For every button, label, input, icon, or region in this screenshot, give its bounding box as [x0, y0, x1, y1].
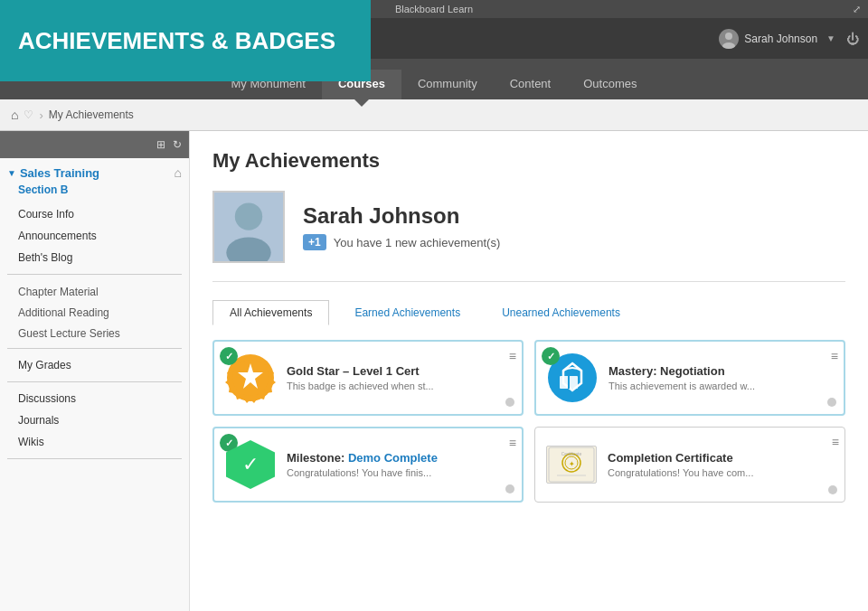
cert-desc: Congratulations! You have com...	[608, 467, 835, 478]
username: Sarah Johnson	[744, 33, 817, 45]
cert-info: Completion Certificate Congratulations! …	[608, 451, 835, 478]
cert-dot	[828, 485, 837, 494]
cards-grid: ✓ Gold Star – Level 1 Cert This badge is	[212, 340, 845, 503]
breadcrumb-separator: ›	[39, 108, 42, 122]
avatar	[719, 29, 739, 49]
sidebar-item-course-info[interactable]: Course Info	[0, 203, 189, 225]
gold-star-dot	[505, 398, 514, 407]
profile-info: Sarah Johnson +1 You have 1 new achievem…	[303, 203, 500, 250]
power-icon[interactable]: ⏻	[846, 32, 859, 46]
svg-point-3	[235, 202, 262, 230]
mastery-menu-icon[interactable]: ≡	[831, 349, 838, 363]
refresh-icon[interactable]: ↻	[173, 138, 182, 151]
nav-community[interactable]: Community	[401, 70, 494, 99]
sidebar-item-announcements[interactable]: Announcements	[0, 225, 189, 247]
card-completion-cert: ✦ Certificate Completion Certificate Con…	[534, 427, 845, 503]
sidebar-divider-1	[7, 274, 182, 275]
breadcrumb-home-icon[interactable]: ⌂	[11, 108, 18, 122]
cert-icon: ✦ Certificate	[546, 446, 597, 484]
content-area: My Achievements Sarah Johnson +1 You hav…	[190, 131, 868, 611]
nav-outcomes[interactable]: Outcomes	[567, 70, 653, 99]
sidebar-item-guest-lecture[interactable]: Guest Lecture Series	[0, 322, 189, 343]
sidebar-subtitle: Section B	[0, 183, 189, 203]
badge-text: You have 1 new achievement(s)	[334, 236, 501, 249]
sidebar-divider-2	[7, 348, 182, 349]
resize-icon[interactable]: ⤢	[853, 4, 861, 15]
breadcrumb-bar: ⌂ ♡ › My Achievements	[0, 99, 868, 131]
profile-name: Sarah Johnson	[303, 203, 500, 229]
svg-text:✦: ✦	[569, 460, 575, 468]
sidebar-divider-3	[7, 381, 182, 382]
milestone-dot	[505, 484, 514, 494]
sidebar-item-additional-reading[interactable]: Additional Reading	[0, 301, 189, 322]
sidebar-section-header: ▼ Sales Training ⌂	[0, 158, 189, 183]
sidebar-section-title[interactable]: Sales Training	[20, 166, 99, 180]
page-title: My Achievements	[212, 149, 845, 173]
main-layout: ⊞ ↻ ▼ Sales Training ⌂ Section B Course …	[0, 131, 868, 611]
nav-content[interactable]: Content	[494, 70, 568, 99]
mastery-dot	[827, 398, 836, 407]
sidebar-item-discussions[interactable]: Discussions	[0, 388, 189, 409]
achievements-banner: ACHIEVEMENTS & BADGES	[0, 0, 371, 81]
card-gold-star: ✓ Gold Star – Level 1 Cert This badge is	[212, 340, 524, 416]
tab-all-achievements[interactable]: All Achievements	[212, 300, 329, 325]
card-mastery-negotiation: ✓ Mastery: Negotiation This achievement …	[534, 340, 845, 416]
sidebar-item-journals[interactable]: Journals	[0, 409, 189, 431]
grid-icon[interactable]: ⊞	[156, 138, 165, 151]
sidebar: ⊞ ↻ ▼ Sales Training ⌂ Section B Course …	[0, 131, 190, 611]
profile-photo	[212, 191, 285, 263]
tab-unearned-achievements[interactable]: Unearned Achievements	[486, 301, 637, 324]
svg-point-0	[725, 33, 732, 40]
section-arrow-icon: ▼	[7, 168, 16, 178]
sidebar-item-beths-blog[interactable]: Beth's Blog	[0, 247, 189, 268]
gold-star-info: Gold Star – Level 1 Cert This badge is a…	[287, 364, 513, 391]
sidebar-item-chapter-material[interactable]: Chapter Material	[0, 280, 189, 301]
user-info[interactable]: Sarah Johnson ▼	[719, 29, 839, 49]
milestone-title: Milestone: Demo Complete	[287, 451, 513, 465]
check-badge-gold-star: ✓	[220, 347, 238, 365]
sidebar-home-icon[interactable]: ⌂	[175, 165, 182, 180]
check-badge-mastery: ✓	[542, 347, 560, 365]
sidebar-toolbar: ⊞ ↻	[0, 131, 189, 158]
tabs-row: All Achievements Earned Achievements Une…	[212, 300, 845, 325]
banner-title: ACHIEVEMENTS & BADGES	[18, 27, 335, 55]
dropdown-icon[interactable]: ▼	[826, 33, 835, 43]
gold-star-desc: This badge is achieved when st...	[287, 381, 513, 391]
mastery-title: Mastery: Negotiation	[609, 364, 835, 378]
app-title: Blackboard Learn	[395, 4, 473, 14]
milestone-menu-icon[interactable]: ≡	[509, 436, 516, 450]
svg-point-1	[722, 42, 735, 49]
mastery-info: Mastery: Negotiation This achievement is…	[609, 364, 835, 391]
card-milestone: ✓ ✓ Milestone: Demo Complete Congratulat…	[212, 427, 524, 503]
badge-plus1: +1	[303, 234, 326, 250]
sidebar-item-wikis[interactable]: Wikis	[0, 431, 189, 453]
breadcrumb-fav-icon[interactable]: ♡	[24, 108, 33, 121]
cert-menu-icon[interactable]: ≡	[832, 435, 839, 449]
cert-icon-wrap: ✦ Certificate	[544, 437, 599, 492]
breadcrumb-current: My Achievements	[49, 108, 134, 121]
mastery-desc: This achievement is awarded w...	[609, 381, 835, 391]
svg-text:Certificate: Certificate	[561, 451, 582, 456]
profile-badge: +1 You have 1 new achievement(s)	[303, 234, 500, 250]
cert-title: Completion Certificate	[608, 451, 835, 465]
profile-section: Sarah Johnson +1 You have 1 new achievem…	[212, 191, 845, 282]
sidebar-item-my-grades[interactable]: My Grades	[0, 354, 189, 376]
milestone-desc: Congratulations! You have finis...	[287, 467, 513, 478]
milestone-info: Milestone: Demo Complete Congratulations…	[287, 451, 513, 478]
gold-star-title: Gold Star – Level 1 Cert	[287, 364, 513, 378]
gold-star-menu-icon[interactable]: ≡	[509, 349, 516, 363]
tab-earned-achievements[interactable]: Earned Achievements	[338, 301, 476, 324]
sidebar-divider-4	[7, 458, 182, 459]
